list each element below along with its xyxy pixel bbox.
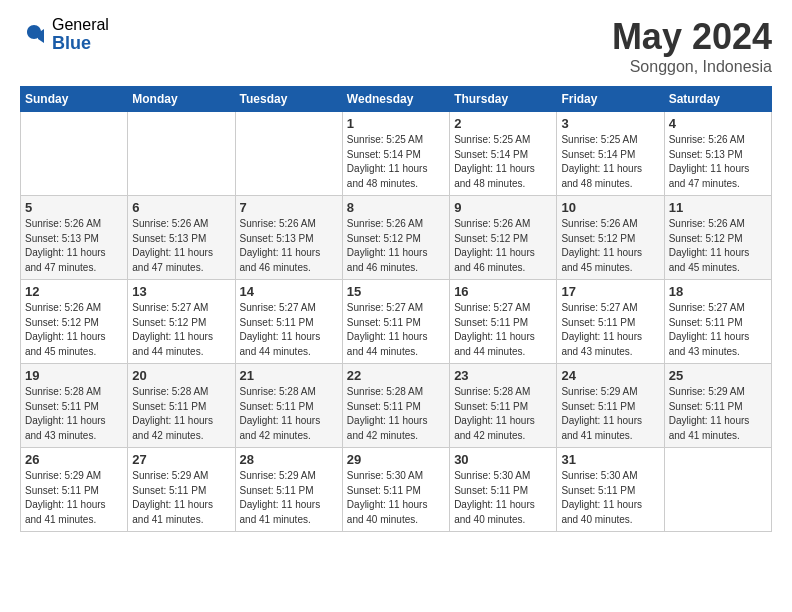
day-info: Sunrise: 5:29 AMSunset: 5:11 PMDaylight:… [25, 469, 123, 527]
weekday-header: Sunday [21, 87, 128, 112]
calendar-cell: 30Sunrise: 5:30 AMSunset: 5:11 PMDayligh… [450, 448, 557, 532]
day-number: 6 [132, 200, 230, 215]
calendar-cell: 22Sunrise: 5:28 AMSunset: 5:11 PMDayligh… [342, 364, 449, 448]
calendar-cell: 7Sunrise: 5:26 AMSunset: 5:13 PMDaylight… [235, 196, 342, 280]
day-number: 24 [561, 368, 659, 383]
calendar-cell: 5Sunrise: 5:26 AMSunset: 5:13 PMDaylight… [21, 196, 128, 280]
day-info: Sunrise: 5:27 AMSunset: 5:11 PMDaylight:… [347, 301, 445, 359]
day-info: Sunrise: 5:26 AMSunset: 5:13 PMDaylight:… [669, 133, 767, 191]
calendar-cell: 26Sunrise: 5:29 AMSunset: 5:11 PMDayligh… [21, 448, 128, 532]
day-number: 18 [669, 284, 767, 299]
day-number: 25 [669, 368, 767, 383]
calendar-cell: 11Sunrise: 5:26 AMSunset: 5:12 PMDayligh… [664, 196, 771, 280]
day-info: Sunrise: 5:26 AMSunset: 5:12 PMDaylight:… [454, 217, 552, 275]
day-info: Sunrise: 5:28 AMSunset: 5:11 PMDaylight:… [240, 385, 338, 443]
day-number: 7 [240, 200, 338, 215]
day-number: 12 [25, 284, 123, 299]
weekday-row: SundayMondayTuesdayWednesdayThursdayFrid… [21, 87, 772, 112]
day-info: Sunrise: 5:29 AMSunset: 5:11 PMDaylight:… [669, 385, 767, 443]
weekday-header: Monday [128, 87, 235, 112]
day-number: 20 [132, 368, 230, 383]
day-info: Sunrise: 5:30 AMSunset: 5:11 PMDaylight:… [347, 469, 445, 527]
calendar-cell: 29Sunrise: 5:30 AMSunset: 5:11 PMDayligh… [342, 448, 449, 532]
weekday-header: Friday [557, 87, 664, 112]
day-number: 4 [669, 116, 767, 131]
day-info: Sunrise: 5:26 AMSunset: 5:12 PMDaylight:… [347, 217, 445, 275]
calendar-cell: 19Sunrise: 5:28 AMSunset: 5:11 PMDayligh… [21, 364, 128, 448]
day-info: Sunrise: 5:26 AMSunset: 5:13 PMDaylight:… [25, 217, 123, 275]
day-number: 27 [132, 452, 230, 467]
day-number: 17 [561, 284, 659, 299]
calendar-cell: 8Sunrise: 5:26 AMSunset: 5:12 PMDaylight… [342, 196, 449, 280]
day-number: 13 [132, 284, 230, 299]
location: Songgon, Indonesia [612, 58, 772, 76]
day-info: Sunrise: 5:28 AMSunset: 5:11 PMDaylight:… [132, 385, 230, 443]
day-number: 2 [454, 116, 552, 131]
day-number: 23 [454, 368, 552, 383]
day-info: Sunrise: 5:26 AMSunset: 5:12 PMDaylight:… [669, 217, 767, 275]
day-number: 10 [561, 200, 659, 215]
day-info: Sunrise: 5:25 AMSunset: 5:14 PMDaylight:… [561, 133, 659, 191]
day-info: Sunrise: 5:29 AMSunset: 5:11 PMDaylight:… [561, 385, 659, 443]
day-info: Sunrise: 5:26 AMSunset: 5:13 PMDaylight:… [240, 217, 338, 275]
calendar-cell: 14Sunrise: 5:27 AMSunset: 5:11 PMDayligh… [235, 280, 342, 364]
calendar-cell: 13Sunrise: 5:27 AMSunset: 5:12 PMDayligh… [128, 280, 235, 364]
calendar-cell: 1Sunrise: 5:25 AMSunset: 5:14 PMDaylight… [342, 112, 449, 196]
calendar-cell: 12Sunrise: 5:26 AMSunset: 5:12 PMDayligh… [21, 280, 128, 364]
calendar-cell: 18Sunrise: 5:27 AMSunset: 5:11 PMDayligh… [664, 280, 771, 364]
calendar-cell: 16Sunrise: 5:27 AMSunset: 5:11 PMDayligh… [450, 280, 557, 364]
calendar-body: 1Sunrise: 5:25 AMSunset: 5:14 PMDaylight… [21, 112, 772, 532]
calendar-week: 19Sunrise: 5:28 AMSunset: 5:11 PMDayligh… [21, 364, 772, 448]
calendar-cell: 20Sunrise: 5:28 AMSunset: 5:11 PMDayligh… [128, 364, 235, 448]
page: General Blue May 2024 Songgon, Indonesia… [0, 0, 792, 612]
day-info: Sunrise: 5:26 AMSunset: 5:12 PMDaylight:… [25, 301, 123, 359]
day-number: 29 [347, 452, 445, 467]
calendar-cell: 6Sunrise: 5:26 AMSunset: 5:13 PMDaylight… [128, 196, 235, 280]
day-number: 22 [347, 368, 445, 383]
calendar-cell: 4Sunrise: 5:26 AMSunset: 5:13 PMDaylight… [664, 112, 771, 196]
day-number: 9 [454, 200, 552, 215]
calendar-week: 1Sunrise: 5:25 AMSunset: 5:14 PMDaylight… [21, 112, 772, 196]
calendar-cell: 24Sunrise: 5:29 AMSunset: 5:11 PMDayligh… [557, 364, 664, 448]
day-info: Sunrise: 5:28 AMSunset: 5:11 PMDaylight:… [454, 385, 552, 443]
weekday-header: Tuesday [235, 87, 342, 112]
calendar-week: 26Sunrise: 5:29 AMSunset: 5:11 PMDayligh… [21, 448, 772, 532]
day-number: 31 [561, 452, 659, 467]
day-number: 8 [347, 200, 445, 215]
calendar-cell [128, 112, 235, 196]
calendar-cell [235, 112, 342, 196]
day-info: Sunrise: 5:26 AMSunset: 5:12 PMDaylight:… [561, 217, 659, 275]
title-block: May 2024 Songgon, Indonesia [612, 16, 772, 76]
calendar-cell: 31Sunrise: 5:30 AMSunset: 5:11 PMDayligh… [557, 448, 664, 532]
calendar-cell: 2Sunrise: 5:25 AMSunset: 5:14 PMDaylight… [450, 112, 557, 196]
day-info: Sunrise: 5:27 AMSunset: 5:11 PMDaylight:… [669, 301, 767, 359]
calendar-cell: 27Sunrise: 5:29 AMSunset: 5:11 PMDayligh… [128, 448, 235, 532]
day-number: 15 [347, 284, 445, 299]
day-number: 3 [561, 116, 659, 131]
day-info: Sunrise: 5:28 AMSunset: 5:11 PMDaylight:… [25, 385, 123, 443]
weekday-header: Thursday [450, 87, 557, 112]
day-info: Sunrise: 5:30 AMSunset: 5:11 PMDaylight:… [454, 469, 552, 527]
calendar-cell: 3Sunrise: 5:25 AMSunset: 5:14 PMDaylight… [557, 112, 664, 196]
logo-general: General [52, 16, 109, 34]
day-number: 16 [454, 284, 552, 299]
month-title: May 2024 [612, 16, 772, 58]
calendar-cell: 10Sunrise: 5:26 AMSunset: 5:12 PMDayligh… [557, 196, 664, 280]
calendar-week: 12Sunrise: 5:26 AMSunset: 5:12 PMDayligh… [21, 280, 772, 364]
logo-blue: Blue [52, 34, 109, 54]
day-number: 30 [454, 452, 552, 467]
calendar-cell: 15Sunrise: 5:27 AMSunset: 5:11 PMDayligh… [342, 280, 449, 364]
day-number: 19 [25, 368, 123, 383]
calendar-cell: 28Sunrise: 5:29 AMSunset: 5:11 PMDayligh… [235, 448, 342, 532]
day-info: Sunrise: 5:26 AMSunset: 5:13 PMDaylight:… [132, 217, 230, 275]
day-number: 26 [25, 452, 123, 467]
day-number: 5 [25, 200, 123, 215]
day-number: 11 [669, 200, 767, 215]
day-info: Sunrise: 5:27 AMSunset: 5:11 PMDaylight:… [240, 301, 338, 359]
calendar-cell: 25Sunrise: 5:29 AMSunset: 5:11 PMDayligh… [664, 364, 771, 448]
day-info: Sunrise: 5:27 AMSunset: 5:11 PMDaylight:… [561, 301, 659, 359]
calendar-cell: 17Sunrise: 5:27 AMSunset: 5:11 PMDayligh… [557, 280, 664, 364]
weekday-header: Saturday [664, 87, 771, 112]
day-number: 14 [240, 284, 338, 299]
calendar-cell [21, 112, 128, 196]
